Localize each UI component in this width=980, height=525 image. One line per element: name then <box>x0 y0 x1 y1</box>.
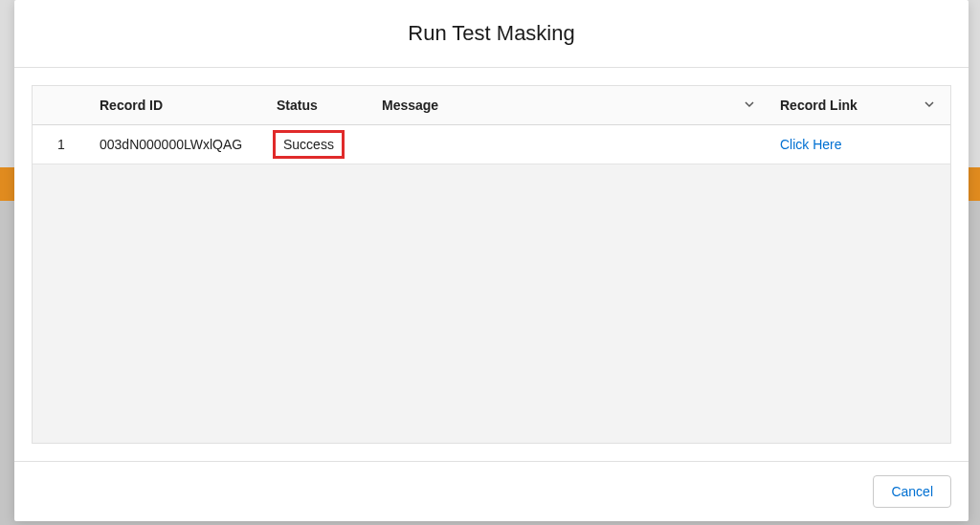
col-header-message[interactable]: Message <box>372 86 734 125</box>
modal-body: Record ID Status Message Record Link <box>14 68 969 461</box>
cell-message <box>372 125 734 164</box>
col-header-status[interactable]: Status <box>267 86 372 125</box>
cell-status: Success <box>267 125 372 164</box>
cell-link-pad <box>914 125 950 164</box>
modal-title: Run Test Masking <box>14 21 969 46</box>
table-row: 1 003dN000000LWxlQAG Success Click Here <box>33 125 950 164</box>
modal-header: Run Test Masking <box>14 0 969 68</box>
cell-message-pad <box>734 125 770 164</box>
cell-record-link: Click Here <box>770 125 914 164</box>
col-header-message-menu[interactable] <box>734 86 770 125</box>
chevron-down-icon <box>924 98 935 110</box>
modal-footer: Cancel <box>14 461 969 521</box>
chevron-down-icon <box>744 98 755 110</box>
cell-index: 1 <box>33 125 90 164</box>
cell-record-id: 003dN000000LWxlQAG <box>90 125 267 164</box>
record-link[interactable]: Click Here <box>780 137 842 152</box>
col-header-index[interactable] <box>33 86 90 125</box>
col-header-record-link[interactable]: Record Link <box>770 86 914 125</box>
results-table-container: Record ID Status Message Record Link <box>32 85 951 444</box>
cancel-button[interactable]: Cancel <box>873 475 951 508</box>
col-header-record-id[interactable]: Record ID <box>90 86 267 125</box>
results-table: Record ID Status Message Record Link <box>33 86 950 164</box>
run-test-masking-modal: Run Test Masking Record ID Status Messag… <box>14 0 969 521</box>
table-header-row: Record ID Status Message Record Link <box>33 86 950 125</box>
status-highlight: Success <box>273 130 345 159</box>
col-header-record-link-menu[interactable] <box>914 86 950 125</box>
